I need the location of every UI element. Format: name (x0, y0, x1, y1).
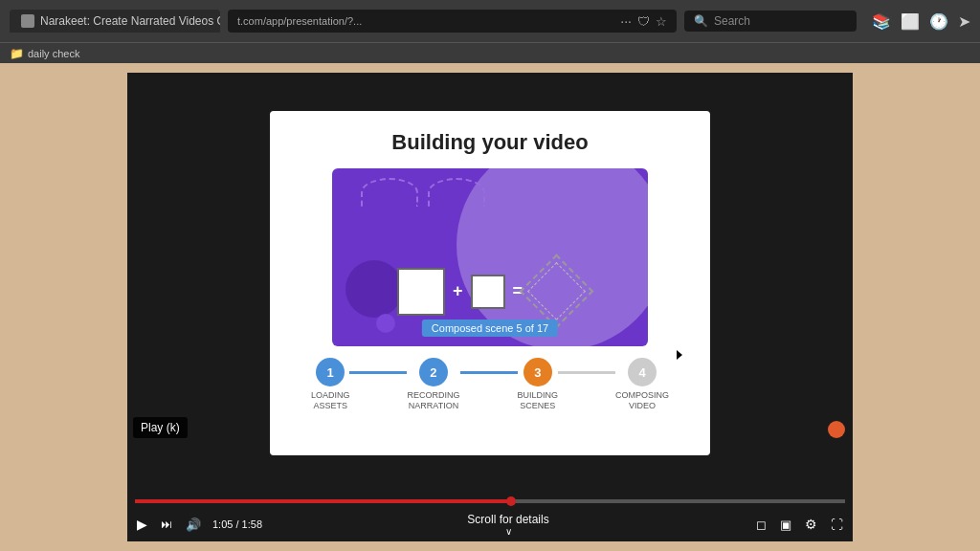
windows-icon[interactable]: ⬜ (901, 12, 920, 31)
folder-icon: 📁 (10, 47, 24, 60)
theater-mode-button[interactable]: ◻ (754, 516, 768, 534)
video-player: Building your video + = (127, 73, 853, 541)
scroll-text: Scroll for details (467, 513, 548, 526)
progress-fill (135, 499, 511, 503)
browser-icons: 📚 ⬜ 🕐 ➤ (872, 12, 970, 31)
step-circle-4: 4 (628, 358, 657, 386)
pocket-icon[interactable]: 🛡 (637, 14, 650, 29)
eq-plus: + (453, 281, 463, 301)
content-area: Building your video + = (0, 63, 980, 551)
step-circle-2: 2 (419, 358, 448, 386)
slide-card: Building your video + = (270, 111, 710, 455)
slide-title: Building your video (391, 130, 588, 155)
browser-chrome: Narakeet: Create Narrated Videos Quickly… (0, 0, 980, 42)
scroll-info: Scroll for details ∨ (272, 513, 745, 537)
search-box[interactable]: 🔍 Search (684, 11, 857, 32)
progress-bar[interactable] (135, 499, 845, 503)
eq-diamond-inner (527, 262, 586, 320)
steps-area: 1 LOADINGASSETS 2 RECORDINGNARRATION 3 B… (311, 358, 669, 411)
slide-graphic: + = Composed scene 5 of 17 (332, 168, 648, 346)
bookmarks-bar: 📁 daily check (0, 42, 980, 63)
connector-2-3 (460, 371, 518, 374)
connector-1-2 (349, 371, 407, 374)
controls-row: ▶ ⏭ 🔊 1:05 / 1:58 Scroll for details ∨ ◻… (135, 507, 845, 541)
scroll-chevron-icon: ∨ (272, 526, 745, 537)
browser-tab[interactable]: Narakeet: Create Narrated Videos Quickly… (10, 10, 220, 33)
step-3: 3 BUILDINGSCENES (518, 358, 559, 411)
step-circle-3: 3 (523, 358, 552, 386)
library-icon[interactable]: 📚 (872, 12, 891, 31)
eq-box-1 (397, 268, 445, 316)
step-label-3: BUILDINGSCENES (518, 390, 559, 411)
history-icon[interactable]: 🕐 (929, 12, 948, 31)
bookmark-daily-check[interactable]: 📁 daily check (10, 47, 79, 60)
graphic-circle-dark (345, 260, 403, 318)
step-circle-1: 1 (316, 358, 345, 386)
bookmark-label: daily check (28, 48, 79, 59)
graphic-circle-small (376, 314, 395, 333)
eq-box-2 (471, 275, 505, 309)
url-dots: ··· (620, 13, 632, 29)
video-controls: ▶ ⏭ 🔊 1:05 / 1:58 Scroll for details ∨ ◻… (127, 494, 853, 541)
equation-area: + = (397, 265, 583, 318)
url-bar[interactable]: t.com/app/presentation/?... ··· 🛡 ☆ (228, 10, 677, 33)
dashed-arc-left (361, 178, 418, 207)
tab-title: Narakeet: Create Narrated Videos Quickly… (40, 14, 220, 28)
step-1: 1 LOADINGASSETS (311, 358, 350, 411)
step-label-1: LOADINGASSETS (311, 390, 350, 411)
captions-button[interactable]: ▣ (778, 516, 793, 534)
connector-3-4 (558, 371, 615, 374)
fullscreen-button[interactable]: ⛶ (829, 516, 845, 534)
search-placeholder: Search (714, 14, 750, 28)
bookmark-star-icon[interactable]: ☆ (656, 14, 667, 29)
search-icon: 🔍 (694, 14, 708, 28)
notification-dot (828, 421, 845, 438)
play-button[interactable]: ▶ (135, 515, 149, 534)
step-label-4: COMPOSINGVIDEO (615, 390, 669, 411)
progress-thumb[interactable] (506, 496, 516, 506)
time-display: 1:05 / 1:58 (212, 518, 262, 530)
dashed-arc-right (428, 178, 485, 207)
right-controls: ◻ ▣ ⚙ ⛶ (754, 515, 845, 534)
skip-button[interactable]: ⏭ (159, 516, 174, 533)
step-4: 4 COMPOSINGVIDEO (615, 358, 669, 411)
settings-button[interactable]: ⚙ (803, 515, 819, 534)
current-time: 1:05 (212, 518, 233, 530)
slide-container: Building your video + = (127, 73, 853, 494)
step-label-2: RECORDINGNARRATION (407, 390, 459, 411)
play-tooltip: Play (k) (133, 417, 188, 438)
tab-favicon (21, 14, 34, 28)
share-icon[interactable]: ➤ (958, 12, 970, 31)
total-time: 1:58 (242, 518, 262, 530)
step-2: 2 RECORDINGNARRATION (407, 358, 459, 411)
progress-label: Composed scene 5 of 17 (422, 320, 558, 337)
volume-button[interactable]: 🔊 (184, 516, 203, 534)
eq-diamond (520, 254, 594, 329)
url-text: t.com/app/presentation/?... (237, 15, 614, 27)
